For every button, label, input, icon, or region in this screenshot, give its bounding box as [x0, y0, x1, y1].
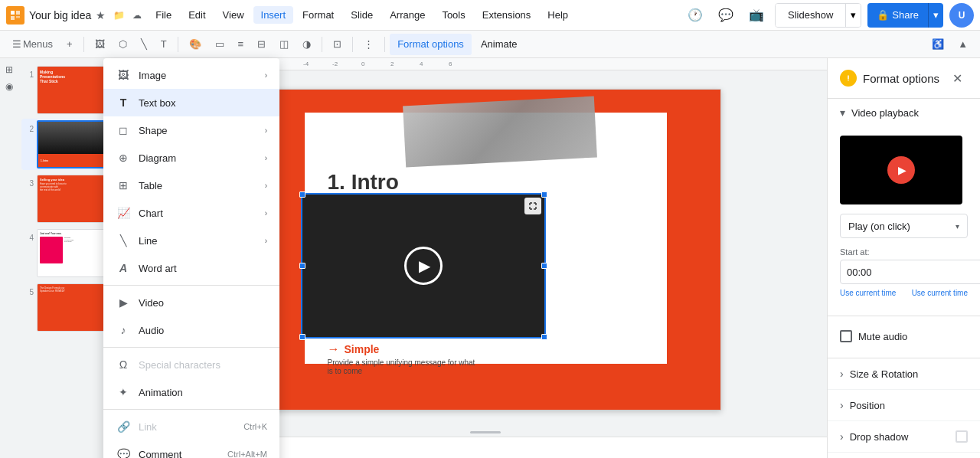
toolbar-divider-3 [322, 37, 322, 52]
start-time-input[interactable] [841, 267, 980, 278]
menu-item-table[interactable]: ⊞ Table › [103, 172, 279, 199]
selection-handle-bl[interactable] [299, 334, 305, 340]
border-weight-button[interactable]: ≡ [232, 34, 250, 55]
menu-item-animation[interactable]: ✦ Animation [103, 378, 279, 406]
shape-menu-label: Shape [139, 125, 257, 136]
ruler-mark: 2 [390, 61, 420, 67]
insert-dropdown-menu: 🖼 Image › T Text box ◻ Shape › ⊕ Diagram… [103, 58, 279, 458]
position-expand-icon: › [840, 399, 844, 411]
format-options-button[interactable]: Format options [390, 34, 472, 55]
selection-handle-tr[interactable] [541, 191, 547, 198]
history-button[interactable]: 🕐 [683, 3, 707, 28]
selection-handle-br[interactable] [541, 334, 547, 340]
menu-arrange[interactable]: Arrange [382, 6, 433, 24]
border-dash-button[interactable]: ⊟ [251, 34, 272, 55]
comment-shortcut: Ctrl+Alt+M [227, 450, 267, 458]
slide-num-2: 2 [23, 125, 34, 133]
bg-color-icon: 🎨 [189, 38, 201, 50]
collapse-button[interactable]: ▲ [952, 34, 974, 55]
wordart-menu-icon: A [116, 260, 131, 276]
format-panel-close-button[interactable]: ✕ [946, 67, 968, 89]
video-playback-header[interactable]: ▾ Video playback [828, 99, 980, 126]
more-button[interactable]: ⋮ [358, 34, 380, 55]
menu-item-video[interactable]: ▶ Video [103, 289, 279, 316]
drop-shadow-checkbox[interactable] [956, 430, 968, 443]
accessibility-button[interactable]: ♿ [926, 34, 950, 55]
video-element[interactable]: ▶ [301, 193, 546, 339]
star-icon[interactable]: ★ [96, 9, 106, 21]
video-thumbnail[interactable]: ▶ [840, 136, 962, 204]
menu-divider-2 [103, 347, 279, 348]
menu-format[interactable]: Format [295, 6, 341, 24]
share-dropdown-button[interactable]: ▾ [928, 3, 943, 28]
crop-button[interactable]: ⊡ [327, 34, 348, 55]
drop-shadow-section[interactable]: › Drop shadow [828, 421, 980, 453]
mute-audio-label[interactable]: Mute audio [858, 331, 907, 342]
menu-item-textbox[interactable]: T Text box [103, 89, 279, 116]
menu-item-shape[interactable]: ◻ Shape › [103, 116, 279, 144]
menu-insert[interactable]: Insert [253, 6, 294, 24]
selection-handle-tl[interactable] [299, 191, 305, 198]
opacity-button[interactable]: ◑ [296, 34, 317, 55]
use-current-start-link[interactable]: Use current time [840, 289, 896, 297]
use-current-end-link[interactable]: Use current time [912, 289, 968, 297]
menu-slide[interactable]: Slide [343, 6, 381, 24]
border-color-button[interactable]: ▭ [209, 34, 230, 55]
mute-audio-checkbox[interactable] [840, 330, 852, 342]
menus-label: Menus [23, 38, 53, 50]
menu-item-wordart[interactable]: A Word art [103, 254, 279, 282]
svg-rect-1 [16, 11, 20, 15]
play-mode-dropdown[interactable]: Play (on click) ▾ [840, 214, 968, 238]
video-playback-content: ▶ Play (on click) ▾ Start at: ▲ [828, 126, 980, 358]
menu-item-image[interactable]: 🖼 Image › [103, 61, 279, 89]
position-section[interactable]: › Position [828, 390, 980, 421]
shape-insert-button[interactable]: ⬡ [113, 34, 133, 55]
eye-icon[interactable]: ◉ [5, 81, 13, 92]
format-header-icon [840, 70, 857, 87]
scroll-bar[interactable] [470, 431, 501, 433]
menu-item-link: 🔗 Link Ctrl+K [103, 413, 279, 440]
video-menu-icon: ▶ [116, 295, 131, 310]
menu-divider-1 [103, 285, 279, 286]
image-submenu-arrow: › [265, 71, 267, 80]
image-insert-button[interactable]: 🖼 [89, 34, 111, 55]
menu-item-comment[interactable]: 💬 Comment Ctrl+Alt+M [103, 440, 279, 458]
video-thumbnail-play[interactable]: ▶ [887, 156, 915, 184]
menus-button[interactable]: ☰ Menus [6, 34, 59, 55]
selection-handle-mr[interactable] [541, 263, 547, 269]
slideshow-dropdown-button[interactable]: ▾ [845, 4, 861, 27]
menu-tools[interactable]: Tools [434, 6, 472, 24]
slideshow-main-button[interactable]: Slideshow [776, 4, 845, 27]
menu-item-chart[interactable]: 📈 Chart › [103, 199, 279, 227]
share-main-button[interactable]: 🔒 Share [867, 3, 928, 28]
video-playback-title: Video playback [851, 107, 968, 119]
menu-item-line[interactable]: ╲ Line › [103, 227, 279, 254]
menu-divider-3 [103, 409, 279, 410]
video-expand-button[interactable] [524, 198, 541, 214]
user-avatar[interactable]: U [949, 3, 974, 28]
selection-handle-ml[interactable] [299, 263, 305, 269]
add-button[interactable]: + [60, 34, 79, 55]
size-rotation-section[interactable]: › Size & Rotation [828, 358, 980, 390]
menu-extensions[interactable]: Extensions [475, 6, 539, 24]
line-insert-button[interactable]: ╲ [135, 34, 153, 55]
line-menu-icon: ╲ [116, 233, 131, 248]
menu-help[interactable]: Help [540, 6, 576, 24]
animate-button[interactable]: Animate [473, 34, 525, 55]
menu-item-diagram[interactable]: ⊕ Diagram › [103, 144, 279, 172]
comment-button[interactable]: 💬 [714, 3, 738, 28]
textbox-insert-button[interactable]: T [155, 34, 173, 55]
video-play-button[interactable]: ▶ [404, 247, 443, 285]
menu-view[interactable]: View [215, 6, 252, 24]
present-button[interactable]: 📺 [744, 3, 769, 28]
shadow-button[interactable]: ◫ [273, 34, 295, 55]
folder-icon[interactable]: 📁 [113, 10, 125, 21]
cloud-icon[interactable]: ☁ [132, 10, 142, 21]
table-menu-label: Table [139, 180, 257, 191]
menu-file[interactable]: File [148, 6, 179, 24]
bg-color-button[interactable]: 🎨 [183, 34, 207, 55]
menu-item-audio[interactable]: ♪ Audio [103, 316, 279, 344]
slides-view-icon[interactable]: ⊞ [5, 64, 13, 75]
special-chars-menu-icon: Ω [116, 357, 131, 372]
menu-edit[interactable]: Edit [181, 6, 213, 24]
